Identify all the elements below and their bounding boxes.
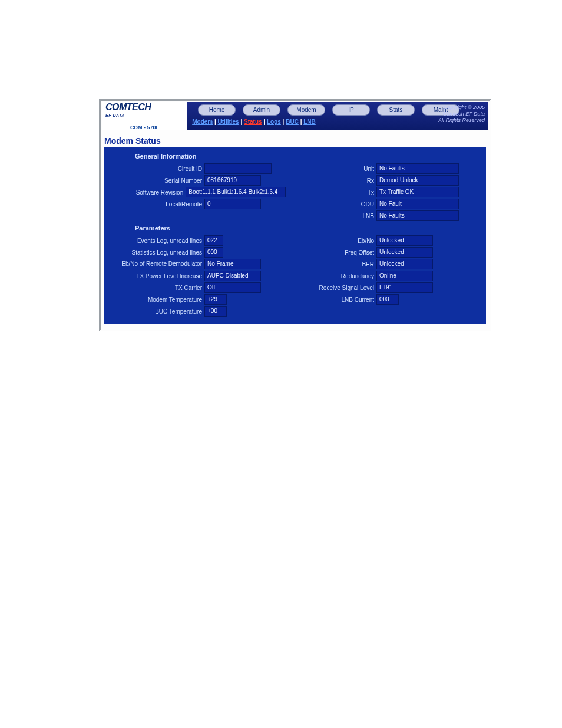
value-tx: Tx Traffic OK (376, 187, 459, 197)
page-title: Modem Status (104, 136, 488, 146)
label-odu: ODU (286, 201, 376, 207)
value-tx-carrier: Off (204, 282, 261, 293)
label-ebno-remote: Eb/No of Remote Demodulator (109, 261, 204, 267)
label-lnb: LNB (286, 213, 376, 219)
value-rsl: LT91 (376, 282, 433, 293)
subnav-buc[interactable]: BUC (286, 118, 299, 125)
label-circuit-id: Circuit ID (109, 166, 204, 172)
value-lnb-current: 000 (376, 294, 399, 305)
brand-name: COMTECH (105, 103, 184, 111)
nav-modem[interactable]: Modem (287, 104, 325, 116)
value-tx-power-increase: AUPC Disabled (204, 271, 261, 281)
label-buc-temperature: BUC Temperature (109, 308, 204, 315)
value-software-revision: Boot:1.1.1 Bulk1:1.6.4 Bulk2:1.6.4 (186, 187, 286, 197)
value-serial-number: 081667919 (204, 175, 261, 186)
value-odu: No Fault (376, 199, 459, 209)
nav-home[interactable]: Home (198, 104, 236, 116)
value-rx: Demod Unlock (376, 175, 459, 186)
value-ebno: Unlocked (376, 235, 433, 246)
secondary-nav: Modem | Utilities | Status | Logs | BUC … (102, 118, 406, 125)
value-buc-temperature: +00 (204, 306, 227, 317)
subnav-status[interactable]: Status (244, 118, 262, 125)
value-ber: Unlocked (376, 259, 433, 269)
value-stats-log: 000 (204, 247, 223, 258)
nav-ip[interactable]: IP (332, 104, 370, 116)
label-events-log: Events Log, unread lines (109, 238, 204, 244)
label-serial-number: Serial Number (109, 177, 204, 184)
value-modem-temperature: +29 (204, 294, 227, 305)
header-banner: COMTECH EF DATA CDM - 570L Home Admin Mo… (102, 102, 488, 130)
section-general-information: General Information (135, 153, 481, 160)
value-freq-offset: Unlocked (376, 247, 433, 258)
subnav-logs[interactable]: Logs (267, 118, 281, 125)
label-rx: Rx (286, 177, 376, 184)
label-tx-carrier: TX Carrier (109, 285, 204, 291)
label-redundancy: Redundancy (286, 273, 376, 279)
value-redundancy: Online (376, 271, 433, 281)
label-ebno: Eb/No (286, 238, 376, 244)
label-ber: BER (286, 261, 376, 268)
value-unit: No Faults (376, 163, 459, 174)
subnav-modem[interactable]: Modem (192, 118, 213, 125)
section-parameters: Parameters (135, 225, 481, 232)
nav-admin[interactable]: Admin (243, 104, 280, 116)
subnav-lnb[interactable]: LNB (303, 118, 316, 125)
subnav-utilities[interactable]: Utilities (218, 118, 239, 125)
label-lnb-current: LNB Current (286, 297, 376, 303)
value-local-remote: 0 (204, 199, 261, 209)
copyright-text: Copyright © 2005 Comtech EF Data All Rig… (438, 104, 485, 124)
label-rsl: Receive Signal Level (286, 285, 376, 291)
nav-stats[interactable]: Stats (377, 104, 415, 116)
label-local-remote: Local/Remote (109, 201, 204, 207)
value-events-log: 022 (204, 235, 223, 246)
value-ebno-remote: No Frame (204, 259, 261, 269)
label-unit: Unit (286, 166, 376, 172)
value-lnb: No Faults (376, 210, 459, 221)
status-panel: General Information Circuit ID Serial Nu… (104, 147, 486, 324)
label-freq-offset: Freq Offset (286, 249, 376, 256)
label-tx: Tx (286, 189, 376, 196)
label-modem-temperature: Modem Temperature (109, 297, 204, 303)
value-circuit-id (204, 163, 272, 174)
label-software-revision: Software Revision (109, 189, 186, 196)
logo: COMTECH EF DATA CDM - 570L (102, 102, 187, 130)
label-stats-log: Statistics Log, unread lines (109, 249, 204, 256)
app-window: COMTECH EF DATA CDM - 570L Home Admin Mo… (99, 99, 491, 331)
label-tx-power-increase: TX Power Level Increase (109, 273, 204, 279)
